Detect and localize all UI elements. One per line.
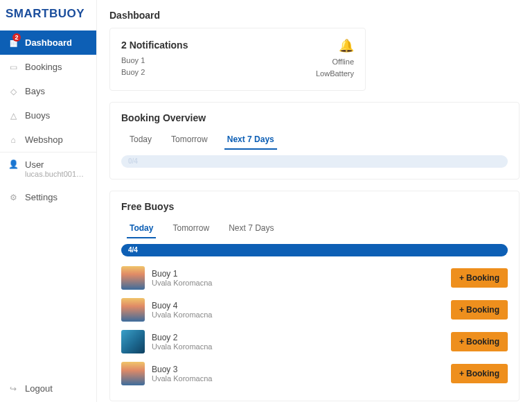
buoy-row: Buoy 4 Uvala Koromacna +Booking [121, 294, 508, 326]
tab-today[interactable]: Today [127, 219, 156, 238]
nav-user[interactable]: 👤 User lucas.bucht001@gmail... [0, 152, 96, 185]
buoy-thumb [121, 362, 145, 385]
booking-overview-title: Booking Overview [121, 112, 508, 123]
logout-label: Logout [25, 383, 53, 394]
user-email: lucas.bucht001@gmail... [25, 170, 88, 178]
plus-icon: + [459, 337, 464, 347]
tab-tomorrow[interactable]: Tomorrow [168, 130, 211, 150]
main: Dashboard 2 Notifications Buoy 1 Buoy 2 … [97, 0, 532, 402]
tab-today[interactable]: Today [127, 130, 154, 150]
nav-label: Webshop [25, 134, 63, 145]
sidebar: SMARTBUOY ▦ Dashboard 2 ▭ Bookings ◇ Bay… [0, 0, 97, 402]
notifications-right: 🔔 Offline LowBattery [316, 38, 354, 79]
user-icon: 👤 [8, 159, 18, 169]
free-buoys-card: Free Buoys Today Tomorrow Next 7 Days 4/… [109, 191, 520, 401]
free-buoys-progress: 4/4 [121, 244, 508, 256]
buoy-thumb [121, 330, 145, 353]
user-label: User [25, 159, 88, 170]
logout-icon: ↪ [8, 384, 18, 394]
nav-badge: 2 [12, 33, 21, 42]
nav-label: Bookings [25, 62, 62, 72]
booking-button[interactable]: +Booking [451, 364, 508, 383]
booking-progress: 0/4 [121, 155, 508, 168]
buoy-thumb [121, 266, 145, 290]
nav-dashboard[interactable]: ▦ Dashboard 2 [0, 30, 96, 55]
bays-icon: ◇ [8, 87, 18, 96]
notifications-left: 2 Notifications Buoy 1 Buoy 2 [121, 40, 188, 78]
plus-icon: + [459, 369, 464, 378]
tab-tomorrow[interactable]: Tomorrow [170, 219, 212, 238]
buoy-thumb [121, 298, 145, 322]
nav-label: Bays [25, 86, 45, 96]
progress-text: 4/4 [128, 244, 138, 256]
notifications-card: 2 Notifications Buoy 1 Buoy 2 🔔 Offline … [109, 28, 366, 91]
tab-next7[interactable]: Next 7 Days [224, 130, 277, 150]
nav-webshop[interactable]: ⌂ Webshop [0, 128, 96, 152]
webshop-icon: ⌂ [8, 135, 18, 145]
buoy-name: Buoy 2 [152, 333, 444, 342]
buoy-row: Buoy 1 Uvala Koromacna +Booking [121, 262, 508, 294]
buoy-sub: Uvala Koromacna [152, 279, 444, 287]
booking-button[interactable]: +Booking [451, 300, 508, 320]
buoy-sub: Uvala Koromacna [152, 311, 444, 319]
tab-next7[interactable]: Next 7 Days [226, 219, 276, 238]
nav-bays[interactable]: ◇ Bays [0, 79, 96, 103]
booking-button[interactable]: +Booking [451, 268, 508, 288]
notif-name: Buoy 1 [121, 55, 145, 67]
brand-logo: SMARTBUOY [0, 0, 96, 28]
buoy-list: Buoy 1 Uvala Koromacna +Booking Buoy 4 U… [121, 262, 508, 390]
buoy-name: Buoy 1 [152, 269, 444, 279]
nav-label: Settings [25, 192, 57, 202]
buoy-name: Buoy 3 [152, 365, 444, 374]
buoy-name: Buoy 4 [152, 301, 444, 311]
nav-label: Buoys [25, 110, 50, 121]
buoy-sub: Uvala Koromacna [152, 374, 444, 383]
settings-icon: ⚙ [8, 193, 18, 202]
bell-icon[interactable]: 🔔 [316, 38, 354, 53]
nav: ▦ Dashboard 2 ▭ Bookings ◇ Bays △ Buoys … [0, 30, 96, 375]
plus-icon: + [459, 273, 464, 283]
buoy-row: Buoy 3 Uvala Koromacna +Booking [121, 358, 508, 390]
nav-settings[interactable]: ⚙ Settings [0, 185, 96, 209]
nav-buoys[interactable]: △ Buoys [0, 103, 96, 128]
page-title: Dashboard [109, 0, 520, 28]
buoys-icon: △ [8, 111, 18, 121]
booking-overview-card: Booking Overview Today Tomorrow Next 7 D… [109, 102, 520, 180]
notif-name: Buoy 2 [121, 67, 145, 78]
bookings-icon: ▭ [8, 62, 18, 72]
notif-status: Offline [316, 56, 354, 68]
booking-overview-tabs: Today Tomorrow Next 7 Days [121, 130, 508, 150]
nav-label: Dashboard [25, 37, 72, 48]
free-buoys-title: Free Buoys [121, 201, 508, 212]
buoy-row: Buoy 2 Uvala Koromacna +Booking [121, 326, 508, 358]
nav-logout[interactable]: ↪ Logout [0, 375, 96, 402]
plus-icon: + [459, 305, 464, 315]
nav-bookings[interactable]: ▭ Bookings [0, 55, 96, 79]
free-buoys-tabs: Today Tomorrow Next 7 Days [121, 219, 508, 238]
booking-button[interactable]: +Booking [451, 332, 508, 351]
progress-text: 0/4 [128, 155, 138, 168]
notifications-title: 2 Notifications [121, 40, 188, 51]
buoy-sub: Uvala Koromacna [152, 342, 444, 351]
notif-status: LowBattery [316, 68, 354, 80]
